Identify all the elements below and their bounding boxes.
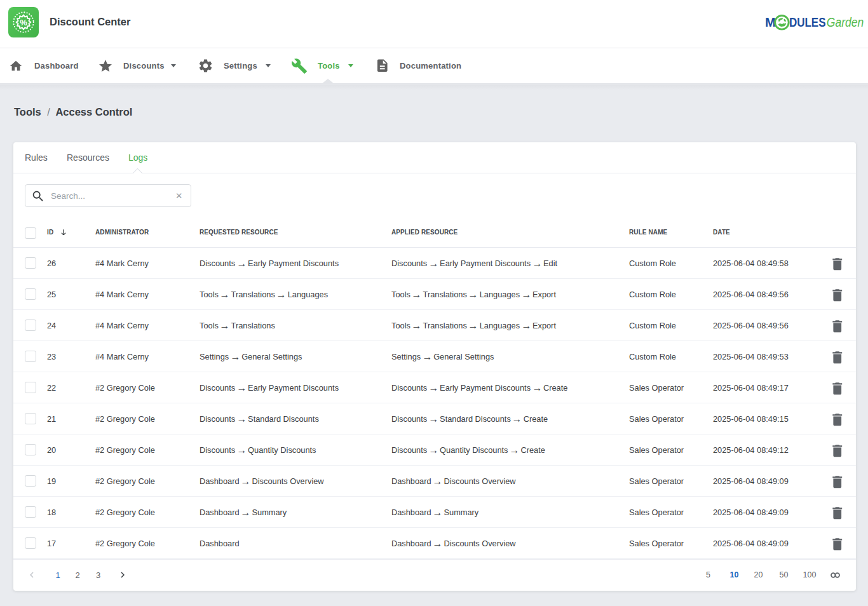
svg-text:DULES: DULES	[789, 15, 826, 29]
svg-text:%: %	[20, 18, 27, 27]
svg-text:Garden: Garden	[827, 15, 864, 29]
